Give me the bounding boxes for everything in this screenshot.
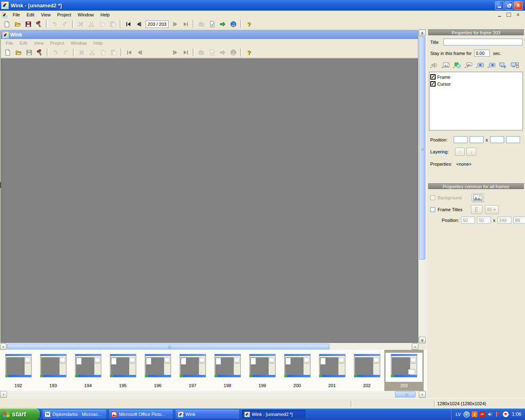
hide-icons-icon[interactable]: ‹: [463, 411, 470, 418]
scroll-left-icon[interactable]: ‹: [0, 343, 7, 350]
filmstrip-frame-195[interactable]: 195: [105, 350, 140, 391]
volume-icon[interactable]: [487, 411, 493, 417]
layer-item[interactable]: ✓Cursor: [430, 80, 522, 87]
menu-item-help[interactable]: Help: [97, 11, 113, 18]
view-rendered-output-icon[interactable]: [228, 20, 239, 29]
open-icon[interactable]: [12, 20, 23, 29]
add-next-button-icon[interactable]: +: [486, 61, 497, 69]
render-icon[interactable]: [217, 20, 228, 29]
mdi-new-icon[interactable]: [2, 48, 13, 57]
frame-filmstrip: 192193194195196197198199200201202203: [0, 350, 427, 391]
validate-icon[interactable]: [207, 20, 217, 29]
next-frame-icon: [170, 20, 180, 29]
java-icon[interactable]: J: [472, 411, 477, 417]
frame-number: 198: [224, 383, 231, 388]
filmstrip-scroll-right-icon[interactable]: ›: [419, 391, 426, 398]
mdi-minimize-icon[interactable]: [497, 12, 503, 17]
filmstrip-frame-192[interactable]: 192: [1, 350, 36, 391]
minimize-button[interactable]: [495, 1, 504, 10]
mdi-close-icon[interactable]: ×: [515, 12, 521, 17]
background-image-button[interactable]: [472, 193, 484, 202]
add-web-link-icon[interactable]: e: [498, 61, 509, 69]
render-project-icon[interactable]: [34, 20, 44, 29]
add-frame-link-icon[interactable]: [509, 61, 520, 69]
menu-item-edit[interactable]: Edit: [23, 11, 38, 18]
position-x-input[interactable]: [454, 136, 468, 143]
filmstrip-frame-197[interactable]: 197: [175, 350, 210, 391]
start-button[interactable]: start: [0, 409, 40, 420]
layer-item[interactable]: ✓Frame: [430, 73, 522, 80]
frame-titles-label: Frame Titles: [438, 207, 463, 212]
new-icon[interactable]: [2, 20, 12, 29]
scroll-right-icon[interactable]: ›: [412, 343, 418, 350]
antivirus-icon[interactable]: ☂: [503, 411, 509, 417]
taskbar-task-wink-unnamed2[interactable]: Wink - [unnamed2 *]: [242, 410, 306, 419]
mdi-help-icon[interactable]: ?: [244, 48, 254, 57]
filmstrip-frame-202[interactable]: 202: [349, 350, 384, 391]
menu-item-window[interactable]: Window: [75, 11, 97, 18]
menu-item-view[interactable]: View: [38, 11, 54, 18]
filmstrip-frame-200[interactable]: 200: [280, 350, 315, 391]
frame-counter[interactable]: 203 / 203: [146, 21, 169, 28]
splitter-notch[interactable]: [0, 182, 1, 188]
mdi-restore-icon[interactable]: [506, 12, 512, 17]
add-audio-icon[interactable]: +: [429, 61, 440, 69]
last-frame-icon: [180, 20, 191, 29]
frame-titles-row: Frame Titles F ▼: [430, 205, 523, 214]
taskbar-task-diplomdarbs-microso[interactable]: WDiplomdarbs - Microso...: [43, 410, 106, 419]
filmstrip-scrollbar[interactable]: ‹ ›: [0, 391, 426, 398]
filmstrip-frame-203[interactable]: 203: [384, 350, 424, 391]
layer-checkbox[interactable]: ✓: [430, 74, 436, 80]
title-pos-x-input: [461, 217, 475, 224]
status-bar: 525x420 (525x420): [0, 398, 525, 409]
scroll-down-icon[interactable]: ∨: [419, 337, 426, 343]
taskbar-task-wink[interactable]: Wink: [176, 410, 239, 419]
size-width-input[interactable]: [490, 136, 504, 143]
menu-item-project[interactable]: Project: [54, 11, 74, 18]
ati-icon[interactable]: ATI: [479, 411, 485, 417]
vertical-scroll-thumb[interactable]: [419, 37, 425, 260]
canvas-horizontal-scrollbar[interactable]: ‹ ›: [0, 343, 419, 350]
filmstrip-frame-201[interactable]: 201: [315, 350, 349, 391]
add-textbox-icon[interactable]: +abc: [463, 61, 474, 69]
frame-layers-list[interactable]: ✓Frame✓Cursor: [429, 72, 523, 130]
position-y-input[interactable]: [470, 136, 484, 143]
add-object-toolbar: ++++abc++e: [429, 61, 524, 69]
mdi-render-project-icon[interactable]: [34, 48, 45, 57]
previous-frame-icon[interactable]: [134, 20, 144, 29]
taskbar-task-microsoft-office-pictu[interactable]: Microsoft Office Pictu...: [109, 410, 173, 419]
filmstrip-frame-199[interactable]: 199: [245, 350, 280, 391]
title-height-input: [514, 217, 525, 224]
mdi-open-icon[interactable]: [13, 48, 24, 57]
restore-button[interactable]: [504, 1, 513, 10]
frame-titles-checkbox[interactable]: [430, 207, 435, 212]
picture-manager-icon: [111, 411, 117, 417]
scroll-up-icon[interactable]: ∧: [419, 30, 426, 36]
filmstrip-frame-194[interactable]: 194: [71, 350, 105, 391]
menu-item-file[interactable]: File: [9, 11, 23, 18]
help-icon[interactable]: ?: [244, 20, 254, 29]
filmstrip-scroll-left-icon[interactable]: ‹: [0, 391, 7, 398]
layer-checkbox[interactable]: ✓: [430, 81, 436, 87]
mdi-cut-icon: [87, 48, 98, 57]
flag-icon[interactable]: [495, 411, 501, 417]
first-frame-icon[interactable]: [123, 20, 134, 29]
horizontal-scroll-thumb[interactable]: [7, 344, 329, 349]
filmstrip-frame-196[interactable]: 196: [140, 350, 175, 391]
toolbar-separator: [240, 20, 242, 28]
frame-title-input[interactable]: [443, 39, 523, 46]
filmstrip-scroll-thumb[interactable]: [395, 391, 415, 397]
close-button[interactable]: ×: [514, 1, 523, 10]
canvas-vertical-scrollbar[interactable]: ∧ ∨: [419, 30, 426, 343]
mdi-title-bar[interactable]: Wink: [1, 31, 418, 39]
add-image-icon[interactable]: +: [440, 61, 451, 69]
add-shape-icon[interactable]: +: [452, 61, 463, 69]
filmstrip-frame-193[interactable]: 193: [36, 350, 71, 391]
add-prev-button-icon[interactable]: +: [475, 61, 486, 69]
language-indicator[interactable]: LV: [456, 412, 461, 417]
frame-canvas[interactable]: [1, 58, 418, 342]
stay-duration-input[interactable]: [474, 50, 490, 57]
filmstrip-frame-198[interactable]: 198: [210, 350, 245, 391]
size-height-input[interactable]: [506, 136, 520, 143]
save-icon[interactable]: [23, 20, 34, 29]
